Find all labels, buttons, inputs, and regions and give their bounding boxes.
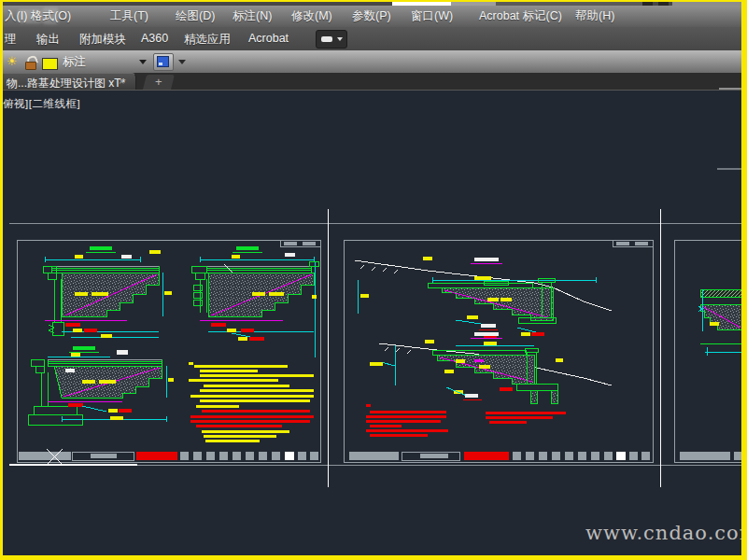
sheet1-figure-a xyxy=(43,246,172,338)
drawing-sheet-2 xyxy=(344,238,654,468)
ribbon-tab-manage[interactable]: 理 xyxy=(5,32,17,48)
ribbon-tab-row: 理 输出 附加模块 A360 精选应用 Acrobat xyxy=(3,27,741,51)
sheet1-notes-text xyxy=(189,362,314,442)
sheet2-figure-d xyxy=(355,257,612,338)
file-tab-bar: 物...路基处理设计图 xT* × + xyxy=(3,73,741,91)
layer-name: 标注 xyxy=(63,54,86,70)
ribbon-flyout-button[interactable] xyxy=(316,30,347,49)
drawing-sheet-1 xyxy=(17,238,321,468)
sheet1-titleblock-strip xyxy=(19,452,318,460)
nav-bar-sliver xyxy=(717,168,741,170)
screen-border-bottom xyxy=(0,555,747,560)
sheet-separator-line xyxy=(328,209,329,487)
sheet3-titleblock-strip xyxy=(680,452,741,460)
toolbar-flyout-caret[interactable] xyxy=(178,60,186,64)
screen-border-left xyxy=(0,0,3,560)
new-tab-button[interactable]: + xyxy=(143,75,175,90)
close-icon[interactable]: × xyxy=(119,76,124,87)
menu-bar: 入(I) 格式(O) 工具(T) 绘图(D) 标注(N) 修改(M) 参数(P)… xyxy=(3,6,741,28)
layer-dropdown-caret[interactable] xyxy=(139,60,147,64)
chevron-down-icon xyxy=(337,37,343,41)
menu-format[interactable]: 格式(O) xyxy=(31,8,71,24)
viewport-controls-label[interactable]: 俯视][二维线框] xyxy=(3,97,80,111)
drawing-sheet-3 xyxy=(674,238,741,468)
ribbon-tab-featured-apps[interactable]: 精选应用 xyxy=(184,32,231,48)
menu-acrobat-markup[interactable]: Acrobat 标记(C) xyxy=(479,8,562,24)
screen-border-right xyxy=(741,0,747,560)
sheet-separator-line xyxy=(660,209,661,487)
monitor-icon xyxy=(157,56,169,67)
sheet2-figure-e xyxy=(370,332,612,403)
sheet3-figure xyxy=(698,289,741,356)
file-tab-active[interactable]: 物...路基处理设计图 xT* × xyxy=(3,73,136,91)
layer-toolbar: ☀ 标注 xyxy=(3,50,741,73)
sheet2-notes-text xyxy=(366,404,566,437)
menu-dimension[interactable]: 标注(N) xyxy=(233,8,272,24)
sheet2-corner-table xyxy=(613,241,653,247)
menu-window[interactable]: 窗口(W) xyxy=(411,8,453,24)
paper-boundary-line xyxy=(9,223,741,224)
layer-unlock-icon[interactable] xyxy=(25,62,36,70)
ribbon-tab-acrobat[interactable]: Acrobat xyxy=(248,32,289,45)
sheet1-figure-c xyxy=(28,346,174,425)
menu-draw[interactable]: 绘图(D) xyxy=(176,8,215,24)
layer-color-swatch[interactable] xyxy=(42,58,58,70)
ribbon-tab-output[interactable]: 输出 xyxy=(36,32,60,48)
plus-icon: + xyxy=(155,75,162,89)
drawing-canvas[interactable]: 俯视][二维线框] xyxy=(3,91,741,555)
menu-tools[interactable]: 工具(T) xyxy=(110,8,148,24)
layer-on-icon[interactable]: ☀ xyxy=(7,54,18,68)
menu-parametric[interactable]: 参数(P) xyxy=(352,8,391,24)
layer-properties-button[interactable] xyxy=(153,53,174,71)
sheet1-figure-b xyxy=(191,246,318,357)
ribbon-tab-a360[interactable]: A360 xyxy=(141,32,168,45)
menu-modify[interactable]: 修改(M) xyxy=(291,8,332,24)
sheet1-corner-table xyxy=(280,241,320,247)
ribbon-tab-addins[interactable]: 附加模块 xyxy=(79,32,126,48)
flyout-icon xyxy=(321,36,332,42)
screen-border-top xyxy=(0,0,747,2)
sheet2-titleblock-strip xyxy=(349,452,650,460)
menu-help[interactable]: 帮助(H) xyxy=(575,8,614,24)
autocad-window: 入(I) 格式(O) 工具(T) 绘图(D) 标注(N) 修改(M) 参数(P)… xyxy=(0,0,747,560)
site-watermark: www.cndao.com xyxy=(585,522,741,544)
